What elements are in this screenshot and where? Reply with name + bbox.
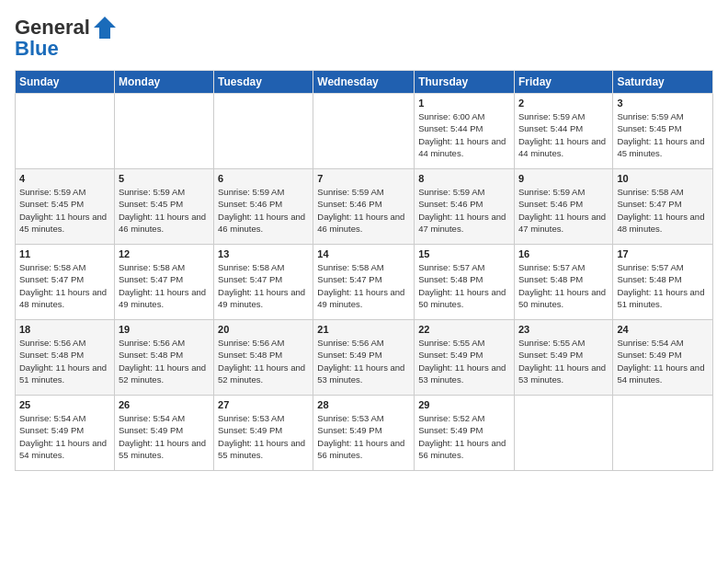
daylight-text: Daylight: 11 hours and 53 minutes.: [317, 362, 410, 386]
daylight-text: Daylight: 11 hours and 45 minutes.: [617, 135, 709, 160]
sunrise-text: Sunrise: 5:59 AM: [19, 186, 110, 198]
day-info: Sunrise: 5:59 AMSunset: 5:44 PMDaylight:…: [518, 110, 609, 159]
calendar-cell: 19Sunrise: 5:56 AMSunset: 5:48 PMDayligh…: [114, 320, 213, 396]
day-number: 1: [418, 98, 510, 109]
day-number: 12: [119, 248, 210, 259]
calendar-cell: 27Sunrise: 5:53 AMSunset: 5:49 PMDayligh…: [214, 396, 313, 471]
sunrise-text: Sunrise: 5:57 AM: [617, 261, 709, 273]
day-number: 26: [119, 399, 210, 410]
sunset-text: Sunset: 5:45 PM: [19, 198, 110, 210]
daylight-text: Daylight: 11 hours and 46 minutes.: [119, 211, 210, 236]
sunrise-text: Sunrise: 5:54 AM: [617, 337, 709, 349]
day-number: 24: [617, 324, 709, 335]
day-number: 16: [518, 248, 609, 259]
calendar-cell: 23Sunrise: 5:55 AMSunset: 5:49 PMDayligh…: [514, 320, 612, 396]
daylight-text: Daylight: 11 hours and 44 minutes.: [418, 135, 510, 160]
sunrise-text: Sunrise: 5:56 AM: [218, 337, 309, 349]
daylight-text: Daylight: 11 hours and 53 minutes.: [418, 362, 510, 386]
day-number: 2: [518, 98, 609, 109]
calendar-cell: 12Sunrise: 5:58 AMSunset: 5:47 PMDayligh…: [114, 245, 213, 320]
sunset-text: Sunset: 5:44 PM: [518, 122, 609, 134]
day-number: 7: [317, 173, 410, 184]
page-header: General Blue: [15, 15, 713, 61]
calendar-cell: [16, 94, 115, 169]
calendar-cell: 26Sunrise: 5:54 AMSunset: 5:49 PMDayligh…: [114, 396, 213, 471]
calendar-cell: 14Sunrise: 5:58 AMSunset: 5:47 PMDayligh…: [313, 245, 415, 320]
day-info: Sunrise: 5:52 AMSunset: 5:49 PMDaylight:…: [418, 412, 510, 461]
sunrise-text: Sunrise: 5:58 AM: [317, 261, 410, 273]
sunrise-text: Sunrise: 5:59 AM: [617, 110, 709, 122]
day-number: 28: [317, 399, 410, 410]
sunset-text: Sunset: 5:49 PM: [418, 349, 510, 361]
calendar-cell: 18Sunrise: 5:56 AMSunset: 5:48 PMDayligh…: [16, 320, 115, 396]
calendar-cell: [114, 94, 213, 169]
day-info: Sunrise: 5:59 AMSunset: 5:45 PMDaylight:…: [617, 110, 709, 159]
daylight-text: Daylight: 11 hours and 47 minutes.: [418, 211, 510, 236]
calendar-cell: 29Sunrise: 5:52 AMSunset: 5:49 PMDayligh…: [415, 396, 515, 471]
sunset-text: Sunset: 5:49 PM: [418, 424, 510, 436]
day-number: 5: [119, 173, 210, 184]
day-number: 15: [418, 248, 510, 259]
calendar-cell: 15Sunrise: 5:57 AMSunset: 5:48 PMDayligh…: [415, 245, 515, 320]
calendar-cell: [514, 396, 612, 471]
calendar-cell: 17Sunrise: 5:57 AMSunset: 5:48 PMDayligh…: [613, 245, 713, 320]
daylight-text: Daylight: 11 hours and 46 minutes.: [317, 211, 410, 236]
calendar-cell: 10Sunrise: 5:58 AMSunset: 5:47 PMDayligh…: [613, 169, 713, 245]
daylight-text: Daylight: 11 hours and 54 minutes.: [617, 362, 709, 386]
weekday-header-row: SundayMondayTuesdayWednesdayThursdayFrid…: [16, 71, 713, 94]
calendar-week-5: 25Sunrise: 5:54 AMSunset: 5:49 PMDayligh…: [16, 396, 713, 471]
day-info: Sunrise: 5:59 AMSunset: 5:45 PMDaylight:…: [19, 186, 110, 235]
sunrise-text: Sunrise: 5:59 AM: [119, 186, 210, 198]
weekday-header-tuesday: Tuesday: [214, 71, 313, 94]
day-number: 21: [317, 324, 410, 335]
sunset-text: Sunset: 5:48 PM: [418, 273, 510, 285]
calendar-week-4: 18Sunrise: 5:56 AMSunset: 5:48 PMDayligh…: [16, 320, 713, 396]
daylight-text: Daylight: 11 hours and 50 minutes.: [418, 286, 510, 311]
calendar-cell: 25Sunrise: 5:54 AMSunset: 5:49 PMDayligh…: [16, 396, 115, 471]
weekday-header-monday: Monday: [114, 71, 213, 94]
sunrise-text: Sunrise: 5:58 AM: [119, 261, 210, 273]
day-info: Sunrise: 5:58 AMSunset: 5:47 PMDaylight:…: [119, 261, 210, 310]
daylight-text: Daylight: 11 hours and 52 minutes.: [218, 362, 309, 386]
calendar-cell: 20Sunrise: 5:56 AMSunset: 5:48 PMDayligh…: [214, 320, 313, 396]
sunset-text: Sunset: 5:49 PM: [518, 349, 609, 361]
calendar-cell: 7Sunrise: 5:59 AMSunset: 5:46 PMDaylight…: [313, 169, 415, 245]
daylight-text: Daylight: 11 hours and 45 minutes.: [19, 211, 110, 236]
daylight-text: Daylight: 11 hours and 51 minutes.: [19, 362, 110, 386]
day-number: 14: [317, 248, 410, 259]
day-number: 17: [617, 248, 709, 259]
sunset-text: Sunset: 5:44 PM: [418, 122, 510, 134]
calendar-cell: 21Sunrise: 5:56 AMSunset: 5:49 PMDayligh…: [313, 320, 415, 396]
sunrise-text: Sunrise: 5:57 AM: [418, 261, 510, 273]
sunrise-text: Sunrise: 5:59 AM: [218, 186, 309, 198]
sunset-text: Sunset: 5:49 PM: [317, 424, 410, 436]
day-info: Sunrise: 5:58 AMSunset: 5:47 PMDaylight:…: [19, 261, 110, 310]
sunset-text: Sunset: 5:48 PM: [19, 349, 110, 361]
sunrise-text: Sunrise: 5:54 AM: [19, 412, 110, 424]
day-info: Sunrise: 5:58 AMSunset: 5:47 PMDaylight:…: [317, 261, 410, 310]
sunset-text: Sunset: 5:49 PM: [218, 424, 309, 436]
day-info: Sunrise: 5:55 AMSunset: 5:49 PMDaylight:…: [418, 337, 510, 385]
calendar-cell: 6Sunrise: 5:59 AMSunset: 5:46 PMDaylight…: [214, 169, 313, 245]
svg-marker-0: [94, 17, 116, 39]
sunset-text: Sunset: 5:45 PM: [119, 198, 210, 210]
daylight-text: Daylight: 11 hours and 49 minutes.: [317, 286, 410, 311]
day-info: Sunrise: 6:00 AMSunset: 5:44 PMDaylight:…: [418, 110, 510, 159]
sunset-text: Sunset: 5:49 PM: [617, 349, 709, 361]
sunset-text: Sunset: 5:49 PM: [19, 424, 110, 436]
sunrise-text: Sunrise: 5:56 AM: [119, 337, 210, 349]
daylight-text: Daylight: 11 hours and 46 minutes.: [218, 211, 309, 236]
sunset-text: Sunset: 5:47 PM: [218, 273, 309, 285]
calendar-cell: 9Sunrise: 5:59 AMSunset: 5:46 PMDaylight…: [514, 169, 612, 245]
calendar-cell: [313, 94, 415, 169]
day-info: Sunrise: 5:58 AMSunset: 5:47 PMDaylight:…: [617, 186, 709, 235]
sunset-text: Sunset: 5:47 PM: [119, 273, 210, 285]
calendar-week-1: 1Sunrise: 6:00 AMSunset: 5:44 PMDaylight…: [16, 94, 713, 169]
sunset-text: Sunset: 5:46 PM: [418, 198, 510, 210]
day-info: Sunrise: 5:59 AMSunset: 5:46 PMDaylight:…: [218, 186, 309, 235]
daylight-text: Daylight: 11 hours and 53 minutes.: [518, 362, 609, 386]
sunrise-text: Sunrise: 5:57 AM: [518, 261, 609, 273]
sunset-text: Sunset: 5:49 PM: [119, 424, 210, 436]
day-number: 9: [518, 173, 609, 184]
sunset-text: Sunset: 5:46 PM: [317, 198, 410, 210]
